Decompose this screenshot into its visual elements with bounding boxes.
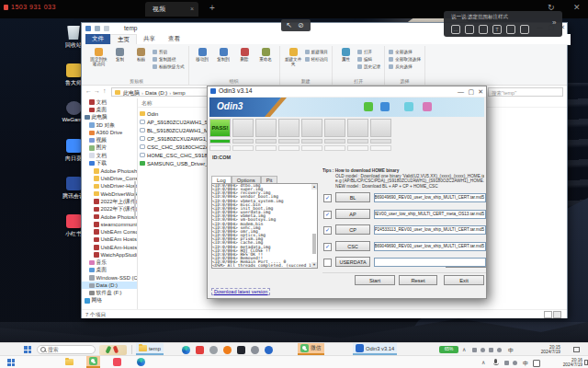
BL-file-field[interactable]: BL_S9180ZCU2AWH1_MQB69049690_REV00_user_…: [374, 193, 486, 202]
sidebar-item-Adobe Photoshop 2[interactable]: Adobe Photoshop 2: [82, 213, 137, 220]
ribbon-small-button[interactable]: 剪切: [153, 48, 185, 55]
outer-xiaohongshu-icon-button[interactable]: [110, 356, 124, 368]
log-scroll-thumb[interactable]: [312, 234, 316, 254]
news-widget[interactable]: [99, 345, 127, 355]
quark-icon[interactable]: [265, 346, 273, 354]
CP-button[interactable]: CP: [335, 224, 370, 235]
firefox-icon[interactable]: [223, 346, 232, 354]
outer-edge-icon-button[interactable]: [134, 356, 148, 368]
BL-checkbox[interactable]: ✓: [323, 194, 332, 202]
sidebar-item-文档[interactable]: 文档: [82, 98, 137, 106]
nav-scrollbar[interactable]: [134, 181, 136, 218]
settings-icon[interactable]: [251, 346, 259, 354]
tray-network-icon-outer[interactable]: [504, 361, 509, 365]
reset-button[interactable]: Reset: [399, 275, 437, 285]
ribbon-small-button[interactable]: 全部取消选择: [389, 55, 421, 63]
CSC-button[interactable]: CSC: [335, 241, 370, 251]
clock-outer[interactable]: 20:162024/7/19: [544, 358, 582, 368]
breadcrumb-part[interactable]: Data (D:): [145, 90, 167, 96]
sidebar-item-WatchAppStudio_M[interactable]: WatchAppStudio_M: [82, 251, 137, 259]
ime-mode-icon[interactable]: [533, 360, 540, 367]
start-button[interactable]: Start: [355, 275, 395, 285]
sidebar-item-UsbEAm Hosts Edi[interactable]: UsbEAm Hosts Edi: [82, 236, 137, 243]
text-icon[interactable]: T: [492, 25, 502, 34]
ribbon-small-button[interactable]: 新建项目: [305, 48, 328, 55]
back-button[interactable]: ←: [85, 87, 92, 94]
ribbon-small-button[interactable]: 复制路径: [153, 55, 185, 63]
USERDATA-checkbox[interactable]: [323, 259, 332, 267]
window-close-icon[interactable]: ✕: [573, 3, 581, 12]
mic-icon[interactable]: [465, 25, 474, 34]
search-input[interactable]: 搜索"temp": [488, 87, 563, 97]
tray-network-icon[interactable]: [489, 348, 493, 352]
sidebar-item-2022年下(课件)[interactable]: 2022年下(课件): [82, 205, 137, 213]
start-button-outer[interactable]: [7, 359, 15, 366]
USERDATA-file-field[interactable]: [374, 258, 486, 267]
chat-icon[interactable]: …: [451, 25, 460, 34]
tab-主页[interactable]: 主页: [110, 34, 137, 44]
sidebar-item-3D 对象[interactable]: 3D 对象: [82, 121, 137, 129]
sidebar-item-A360 Drive[interactable]: A360 Drive: [82, 129, 137, 136]
tray-volume-icon-outer[interactable]: [513, 361, 517, 365]
CP-checkbox[interactable]: ✓: [323, 226, 332, 235]
log-scroll-down-icon[interactable]: ▼: [311, 262, 317, 268]
ime-indicator-inner[interactable]: 中: [508, 347, 514, 355]
sidebar-item-音乐[interactable]: 音乐: [82, 259, 137, 266]
annotation-pill[interactable]: ↖ ⊘: [281, 19, 311, 31]
tray-shield-icon[interactable]: [472, 348, 477, 352]
AP-button[interactable]: AP: [335, 209, 370, 219]
USERDATA-button[interactable]: USERDATA: [335, 257, 370, 267]
sidebar-item-视频[interactable]: 视频: [82, 136, 137, 144]
breadcrumb-part[interactable]: temp: [173, 90, 185, 96]
tab-查看[interactable]: 查看: [162, 34, 187, 44]
ribbon-button[interactable]: 粘贴: [131, 46, 151, 77]
record-icon[interactable]: [520, 25, 529, 34]
microphone-icon[interactable]: [494, 359, 497, 363]
CSC-checkbox[interactable]: ✓: [323, 243, 332, 251]
odin-titlebar[interactable]: Odin3 v3.14 — ▢ ✕: [208, 86, 486, 97]
log-scroll-up-icon[interactable]: ▲: [311, 184, 317, 190]
tray-volume-icon[interactable]: [481, 348, 485, 352]
download-latest-link[interactable]: Download latest version: [211, 288, 270, 295]
capcut-icon[interactable]: [237, 346, 245, 354]
sidebar-item-UsbDrive_Console_[interactable]: UsbDrive_Console_: [82, 175, 137, 182]
hidden-icons-chevron-outer[interactable]: ∧: [481, 359, 485, 365]
sidebar-item-文档[interactable]: 文档: [82, 152, 137, 159]
ribbon-button[interactable]: 属性: [336, 46, 356, 77]
hidden-icons-chevron[interactable]: ∧: [462, 346, 466, 352]
outer-explorer-icon-button[interactable]: [62, 356, 76, 368]
sidebar-item-网络[interactable]: 网络: [82, 297, 137, 305]
ribbon-small-button[interactable]: 打开: [357, 48, 380, 55]
ribbon-button[interactable]: 新建文件夹: [284, 46, 303, 77]
tab-close-icon[interactable]: ×: [190, 2, 194, 17]
AP-checkbox[interactable]: ✓: [323, 211, 332, 219]
ribbon-button[interactable]: 固定到快速访问: [89, 46, 108, 77]
iqiyi-icon[interactable]: [196, 346, 204, 354]
ribbon-button[interactable]: 移动到: [193, 46, 212, 77]
odin-minimize-button[interactable]: —: [458, 88, 464, 95]
start-button-inner[interactable]: [24, 346, 31, 353]
taskbar-wechat-button[interactable]: 微信: [298, 343, 324, 355]
new-tab-button[interactable]: +: [209, 3, 215, 13]
breadcrumb-part[interactable]: 此电脑: [123, 90, 140, 96]
ribbon-small-button[interactable]: 粘贴快捷方式: [153, 63, 185, 70]
qat-dropdown-icon[interactable]: [104, 26, 109, 31]
view-list-icon[interactable]: [544, 311, 552, 318]
odin-close-button[interactable]: ✕: [478, 88, 483, 96]
battery-indicator[interactable]: 65%: [439, 346, 458, 353]
folder-icon[interactable]: [506, 25, 515, 34]
edge-icon[interactable]: [182, 346, 190, 354]
tray-usb-icon[interactable]: [497, 348, 502, 352]
taskbar-explorer-button[interactable]: temp: [136, 343, 164, 355]
tab-文件[interactable]: 文件: [85, 34, 110, 44]
expand-icon[interactable]: »: [552, 18, 556, 27]
ribbon-button[interactable]: 复制到: [214, 46, 233, 77]
sidebar-item-软件盘 (F:)[interactable]: 软件盘 (F:): [82, 289, 137, 296]
clock-inner[interactable]: 20:152024/7/19: [520, 345, 560, 355]
video-tab[interactable]: 视频×: [145, 2, 198, 17]
outer-wechat-icon-button[interactable]: [86, 356, 100, 368]
sidebar-item-Adobe Photoshop 2[interactable]: Adobe Photoshop 2: [82, 167, 137, 175]
sidebar-item-桌面[interactable]: 桌面: [82, 106, 137, 113]
ime-indicator-outer[interactable]: 中: [523, 360, 528, 368]
taskbar-odin-button[interactable]: Odin3 v3.14: [353, 343, 397, 355]
